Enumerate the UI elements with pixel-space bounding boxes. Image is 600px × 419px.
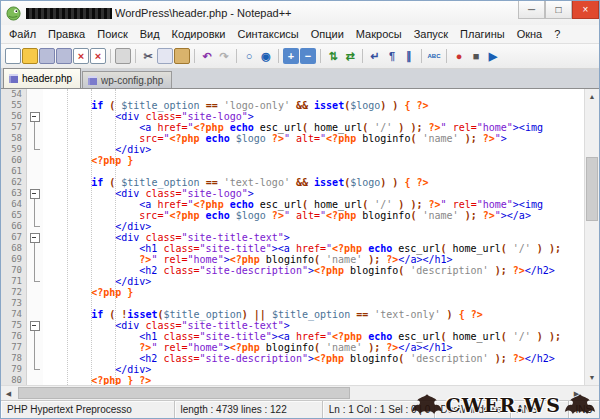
save-all-icon[interactable]: [56, 48, 72, 64]
close-button[interactable]: ×: [572, 1, 599, 19]
menu-item-Запуск[interactable]: Запуск: [408, 26, 454, 42]
redo-icon[interactable]: ↷: [216, 48, 232, 64]
line-number: 60: [1, 155, 27, 166]
horizontal-scrollbar[interactable]: ◀ ▶: [1, 386, 584, 400]
title-bar[interactable]: WordPress\header.php - Notepad++ ─ □ ×: [1, 1, 599, 25]
menu-item-Синтаксисы[interactable]: Синтаксисы: [232, 26, 305, 42]
maximize-button[interactable]: □: [545, 1, 572, 19]
code-text: </div>: [43, 144, 151, 155]
code-text: <?php }: [43, 155, 133, 166]
code-line[interactable]: 80 <?php } ?>: [1, 375, 584, 385]
code-text: </div>: [43, 276, 151, 287]
code-line[interactable]: 61: [1, 166, 584, 177]
menu-item-Вид[interactable]: Вид: [134, 26, 166, 42]
fold-margin: [27, 375, 43, 385]
cut-icon[interactable]: ✂: [140, 48, 156, 64]
menu-item-Кодировки[interactable]: Кодировки: [166, 26, 232, 42]
code-line[interactable]: 54: [1, 89, 584, 100]
code-line[interactable]: 74 if ( !isset($title_option) || $title_…: [1, 309, 584, 320]
code-area[interactable]: 5455 if ( $title_option == 'logo-only' &…: [1, 89, 584, 385]
code-line[interactable]: 76 <h1 class="site-title"><a href="<?php…: [1, 331, 584, 342]
code-line[interactable]: 65 src="<?php echo $logo ?>" alt="<?php …: [1, 210, 584, 221]
fold-collapse-icon[interactable]: [27, 188, 43, 199]
menu-item-Правка[interactable]: Правка: [42, 26, 91, 42]
fold-margin: [27, 254, 43, 265]
zoom-out-icon[interactable]: −: [300, 48, 316, 64]
tab-header.php[interactable]: header.php: [3, 68, 81, 88]
fold-collapse-icon[interactable]: [27, 320, 43, 331]
code-line[interactable]: 66 </div>: [1, 221, 584, 232]
find-icon[interactable]: ○: [241, 48, 257, 64]
code-line[interactable]: 71 </div>: [1, 276, 584, 287]
line-number: 63: [1, 188, 27, 199]
print-icon[interactable]: [115, 48, 131, 64]
code-line[interactable]: 69 ?>" rel="home"><?php bloginfo( 'name'…: [1, 254, 584, 265]
code-line[interactable]: 67 <div class="site-title-text">: [1, 232, 584, 243]
fold-margin: [27, 210, 43, 221]
word-wrap-icon[interactable]: ↵: [367, 48, 383, 64]
play-macro-icon[interactable]: ▶: [485, 48, 501, 64]
minimize-button[interactable]: ─: [518, 1, 545, 19]
show-all-characters-icon[interactable]: ¶: [384, 48, 400, 64]
indent-guide-icon[interactable]: ∥: [401, 48, 417, 64]
menu-item-Поиск[interactable]: Поиск: [91, 26, 133, 42]
fold-collapse-icon[interactable]: [27, 111, 43, 122]
editor[interactable]: 5455 if ( $title_option == 'logo-only' &…: [1, 89, 599, 385]
paste-icon[interactable]: [174, 48, 190, 64]
copy-icon[interactable]: [157, 48, 173, 64]
fold-margin: [27, 298, 43, 309]
scroll-left-arrow[interactable]: ◀: [1, 386, 16, 401]
sync-vertical-scroll-icon[interactable]: ⇅: [325, 48, 341, 64]
fold-collapse-icon[interactable]: [27, 232, 43, 243]
menu-item-?[interactable]: ?: [548, 26, 566, 42]
new-file-icon[interactable]: [5, 48, 21, 64]
undo-icon[interactable]: ↶: [199, 48, 215, 64]
tab-wp-config.php[interactable]: wp-config.php: [82, 71, 172, 88]
code-line[interactable]: 72 <?php }: [1, 287, 584, 298]
code-line[interactable]: 56 <div class="site-logo">: [1, 111, 584, 122]
code-line[interactable]: 60 <?php }: [1, 155, 584, 166]
stop-record-macro-icon[interactable]: ■: [468, 48, 484, 64]
code-line[interactable]: 58 src="<?php echo $logo ?>" alt="<?php …: [1, 133, 584, 144]
record-macro-icon[interactable]: ●: [451, 48, 467, 64]
code-line[interactable]: 68 <h1 class="site-title"><a href="<?php…: [1, 243, 584, 254]
close-all-documents-icon[interactable]: ×: [90, 48, 106, 64]
horizontal-scroll-thumb[interactable]: [18, 387, 350, 399]
line-number: 72: [1, 287, 27, 298]
code-line[interactable]: 77 ?>" rel="home"><?php bloginfo( 'name'…: [1, 342, 584, 353]
vertical-scroll-thumb[interactable]: [586, 157, 598, 221]
code-line[interactable]: 75 <div class="site-title-text">: [1, 320, 584, 331]
zoom-in-icon[interactable]: +: [283, 48, 299, 64]
code-line[interactable]: 70 <h2 class="site-description"><?php bl…: [1, 265, 584, 276]
close-document-icon[interactable]: ×: [73, 48, 89, 64]
fold-margin: [27, 265, 43, 276]
code-line[interactable]: 63 <div class="site-logo">: [1, 188, 584, 199]
fold-margin: [27, 364, 43, 375]
menu-item-Файл[interactable]: Файл: [3, 26, 42, 42]
horizontal-scroll-track[interactable]: [16, 386, 569, 400]
code-line[interactable]: 64 <a href="<?php echo esc_url( home_url…: [1, 199, 584, 210]
scroll-right-arrow[interactable]: ▶: [569, 386, 584, 401]
code-line[interactable]: 55 if ( $title_option == 'logo-only' && …: [1, 100, 584, 111]
code-text: <h1 class="site-title"><a href="<?php ec…: [43, 243, 561, 254]
code-line[interactable]: 57 <a href="<?php echo esc_url( home_url…: [1, 122, 584, 133]
open-folder-icon[interactable]: [22, 48, 38, 64]
menu-item-Плагины[interactable]: Плагины: [454, 26, 511, 42]
vertical-scrollbar[interactable]: ▲ ▼: [584, 89, 599, 385]
code-line[interactable]: 78 <h2 class="site-description"><?php bl…: [1, 353, 584, 364]
scroll-up-arrow[interactable]: ▲: [585, 89, 599, 104]
replace-icon[interactable]: ◉: [258, 48, 274, 64]
code-line[interactable]: 62 if ( $title_option == 'text-logo' && …: [1, 177, 584, 188]
save-icon[interactable]: [39, 48, 55, 64]
code-line[interactable]: 73: [1, 298, 584, 309]
vertical-scroll-track[interactable]: [585, 104, 599, 370]
sync-horizontal-scroll-icon[interactable]: ⇄: [342, 48, 358, 64]
scroll-down-arrow[interactable]: ▼: [585, 370, 599, 385]
fold-margin: [27, 331, 43, 342]
menu-item-Окна[interactable]: Окна: [511, 26, 549, 42]
menu-item-Опции[interactable]: Опции: [305, 26, 350, 42]
code-line[interactable]: 59 </div>: [1, 144, 584, 155]
menu-item-Макросы[interactable]: Макросы: [350, 26, 408, 42]
spell-check-icon[interactable]: ABC: [426, 48, 442, 64]
code-line[interactable]: 79 </div>: [1, 364, 584, 375]
